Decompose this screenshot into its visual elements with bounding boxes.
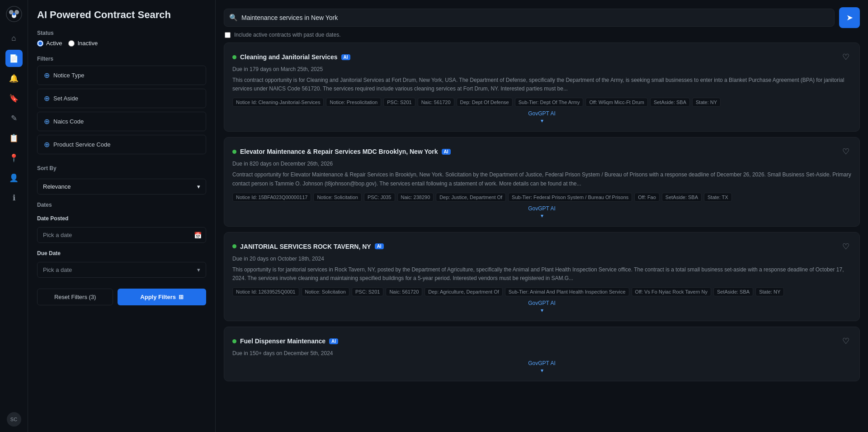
nav-notifications-button[interactable]: 🔔 [5,70,23,87]
govgpt-row: GovGPT AI ▾ [232,300,851,313]
tag: State: NY [692,98,721,107]
left-navigation: ⌂ 📄 🔔 🔖 ✎ 📋 📍 👤 ℹ SC [0,0,28,432]
tag: Sub-Tier: Dept Of The Army [515,98,584,107]
tag: Notice: Solicitation [302,287,350,296]
date-posted-input[interactable] [37,227,206,243]
sort-value: Relevance [43,183,71,190]
tag: SetAside: SBA [662,193,702,202]
tag: Dep: Justice, Department Of [436,193,506,202]
date-posted-label: Date Posted [37,215,206,222]
govgpt-row: GovGPT AI ▾ [232,110,851,124]
tag: Off: Fao [634,193,660,202]
tag: Naic: 238290 [397,193,434,202]
card-description: This contract opportunity is for Cleanin… [232,76,851,93]
nav-edit-button[interactable]: ✎ [5,109,23,127]
nav-info-button[interactable]: ℹ [5,189,23,206]
favorite-button[interactable]: ♡ [840,50,851,64]
inactive-radio-label[interactable]: Inactive [68,40,98,47]
search-input[interactable] [224,9,835,27]
result-card: Cleaning and Janitorial Services AI ♡ Du… [224,43,860,132]
search-submit-button[interactable]: ➤ [839,7,860,28]
search-row: 🔍 ➤ [224,7,860,28]
due-date-chevron-icon: ▾ [197,266,200,273]
govgpt-link[interactable]: GovGPT AI [528,300,555,306]
tag: Sub-Tier: Animal And Plant Health Inspec… [505,287,629,296]
filter-actions: Reset Filters (3) Apply Filters ⊞ [37,289,206,305]
product-service-code-plus-icon: ⊕ [44,140,50,149]
card-description: This opportunity is for janitorial servi… [232,266,851,283]
filter-product-service-code[interactable]: ⊕ Product Service Code [37,135,206,154]
apply-filters-button[interactable]: Apply Filters ⊞ [118,289,206,305]
favorite-button[interactable]: ♡ [840,334,851,348]
card-title: Elevator Maintenance & Repair Services M… [240,148,438,155]
svg-point-4 [13,13,15,15]
filter-notice-type[interactable]: ⊕ Notice Type [37,66,206,85]
card-header: Elevator Maintenance & Repair Services M… [232,145,851,158]
tag: PSC: J035 [364,193,395,202]
reset-filters-button[interactable]: Reset Filters (3) [37,289,113,305]
status-label: Status [37,30,206,36]
filter-set-aside[interactable]: ⊕ Set Aside [37,89,206,108]
tags-row: Notice Id: Cleaning-Janitorial-ServicesN… [232,98,851,107]
nav-location-button[interactable]: 📍 [5,149,23,166]
result-card: Fuel Dispenser Maintenance AI ♡ Due in 1… [224,327,860,381]
filters-section: Filters ⊕ Notice Type ⊕ Set Aside ⊕ Naic… [37,56,206,158]
search-icon: 🔍 [229,14,238,22]
expand-icon: ▾ [541,118,543,124]
ai-badge: AI [442,149,451,155]
active-dot [232,244,236,248]
avatar[interactable]: SC [7,412,21,427]
filter-icon: ⊞ [179,294,184,300]
inactive-radio[interactable] [68,40,75,47]
search-input-wrap: 🔍 [224,9,835,27]
tag: Naic: 561720 [386,287,422,296]
card-title: Fuel Dispenser Maintenance [240,337,326,345]
nav-home-button[interactable]: ⌂ [5,30,23,47]
card-title: JANITORIAL SERVICES ROCK TAVERN, NY [240,243,371,250]
tag: Dep: Dept Of Defense [457,98,513,107]
govgpt-link[interactable]: GovGPT AI [528,110,555,117]
nav-clipboard-button[interactable]: 📋 [5,129,23,147]
active-dot [232,55,236,59]
naics-code-label: Naics Code [53,118,84,125]
due-date-text: Due in 179 days on March 25th, 2025 [232,66,851,72]
favorite-button[interactable]: ♡ [840,240,851,253]
set-aside-label: Set Aside [53,95,78,102]
due-date-select[interactable]: Pick a date ▾ [37,262,206,278]
card-header: Cleaning and Janitorial Services AI ♡ [232,50,851,64]
favorite-button[interactable]: ♡ [840,145,851,158]
notice-type-label: Notice Type [53,72,84,79]
active-radio[interactable] [37,40,43,47]
tag: Naic: 561720 [418,98,454,107]
page-title-wrap: AI Powered Contract Search [37,9,206,23]
nav-contracts-button[interactable]: 📄 [5,50,23,67]
filter-naics-code[interactable]: ⊕ Naics Code [37,112,206,131]
govgpt-link[interactable]: GovGPT AI [528,205,555,212]
expand-icon: ▾ [541,367,543,374]
govgpt-link[interactable]: GovGPT AI [528,360,555,366]
dates-label: Dates [37,202,206,208]
chevron-down-icon: ▾ [197,183,200,190]
active-dot [232,339,236,343]
dates-section: Dates Date Posted 📅 Due Date Pick a date… [37,202,206,278]
tag: PSC: S201 [352,287,383,296]
tags-row: Notice Id: 15BFA023Q00000117Notice: Soli… [232,193,851,202]
nav-bookmarks-button[interactable]: 🔖 [5,90,23,107]
sort-select[interactable]: Relevance ▾ [37,179,206,195]
active-radio-label[interactable]: Active [37,40,62,47]
active-contracts-label[interactable]: Include active contracts with past due d… [234,32,340,38]
set-aside-plus-icon: ⊕ [44,94,50,103]
card-description: Contract opportunity for Elevator Mainte… [232,171,851,188]
card-header: Fuel Dispenser Maintenance AI ♡ [232,334,851,348]
govgpt-row: GovGPT AI ▾ [232,205,851,219]
nav-person-button[interactable]: 👤 [5,169,23,186]
tags-row: Notice Id: 12639525Q0001Notice: Solicita… [232,287,851,296]
tag: Notice Id: 12639525Q0001 [232,287,299,296]
notice-type-plus-icon: ⊕ [44,71,50,80]
product-service-code-label: Product Service Code [53,141,110,148]
send-icon: ➤ [846,13,853,23]
due-date-text: Due in 820 days on December 26th, 2026 [232,161,851,167]
app-logo[interactable] [5,5,23,23]
date-posted-wrap: 📅 [37,227,206,243]
active-contracts-checkbox[interactable] [225,32,231,38]
